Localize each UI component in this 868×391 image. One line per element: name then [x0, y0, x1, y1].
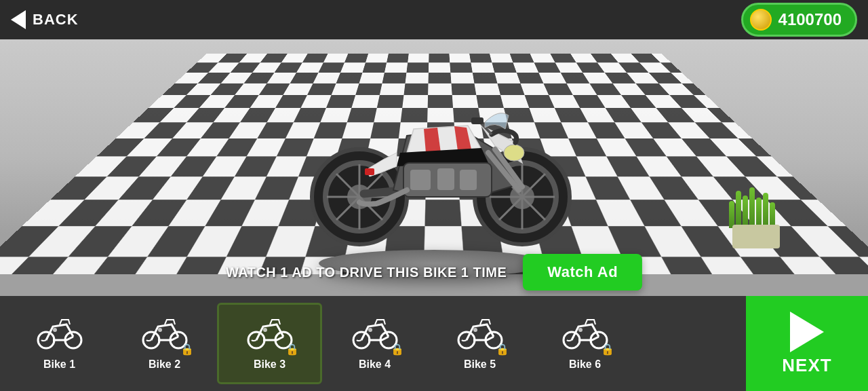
svg-rect-23	[471, 117, 484, 124]
lock-icon-4: 🔒	[391, 343, 404, 356]
bike-label-6: Bike 6	[569, 358, 601, 371]
svg-point-39	[473, 328, 477, 332]
lock-icon-6: 🔒	[601, 343, 614, 356]
back-button[interactable]: BACK	[11, 10, 79, 29]
svg-rect-17	[410, 170, 431, 190]
lock-icon-5: 🔒	[496, 343, 509, 356]
watch-ad-message: WATCH 1 AD TO DRIVE THIS BIKE 1 TIME	[226, 265, 507, 280]
svg-point-33	[263, 328, 267, 332]
bike-icon-wrap-5: 🔒	[456, 316, 504, 353]
back-arrow-icon	[11, 10, 26, 29]
bike-icon-wrap-1	[36, 316, 83, 353]
coin-icon	[750, 9, 772, 31]
back-label: BACK	[33, 11, 79, 29]
next-arrow-icon	[790, 312, 824, 352]
plant-decoration	[726, 194, 787, 248]
lock-icon-3: 🔒	[285, 343, 299, 356]
svg-rect-19	[460, 170, 477, 190]
bike-label-4: Bike 4	[359, 358, 391, 371]
coin-amount: 4100700	[778, 10, 842, 29]
bike-label-2: Bike 2	[149, 358, 180, 371]
bike-label-5: Bike 5	[464, 358, 496, 371]
bike-item-6[interactable]: 🔒Bike 6	[532, 303, 637, 384]
bike-label-1: Bike 1	[43, 358, 75, 371]
bike-icon-wrap-2: 🔒	[141, 316, 189, 353]
watch-ad-banner: WATCH 1 AD TO DRIVE THIS BIKE 1 TIME Wat…	[226, 254, 642, 291]
bike-icon-wrap-6: 🔒	[561, 316, 609, 353]
svg-point-42	[578, 328, 583, 332]
coin-display: 4100700	[741, 3, 857, 37]
svg-point-15	[504, 145, 524, 161]
lock-icon-2: 🔒	[180, 343, 194, 356]
watch-ad-button[interactable]: Watch Ad	[523, 254, 642, 291]
motorcycle-display	[271, 41, 610, 258]
bike-item-2[interactable]: 🔒Bike 2	[112, 303, 217, 384]
bike-icon-wrap-3: 🔒	[246, 316, 294, 353]
bikes-row: Bike 1 🔒Bike 2 🔒Bike 3 🔒Bike 4	[0, 303, 746, 384]
bottom-bar: Bike 1 🔒Bike 2 🔒Bike 3 🔒Bike 4	[0, 296, 868, 391]
svg-rect-18	[437, 168, 454, 190]
svg-point-27	[53, 328, 57, 332]
bike-item-3[interactable]: 🔒Bike 3	[217, 303, 322, 384]
svg-rect-24	[365, 168, 374, 175]
bike-svg-1	[36, 316, 83, 350]
bike-item-4[interactable]: 🔒Bike 4	[322, 303, 427, 384]
bike-item-1[interactable]: Bike 1	[7, 303, 112, 384]
bike-label-3: Bike 3	[254, 358, 285, 371]
bike-item-5[interactable]: 🔒Bike 5	[427, 303, 532, 384]
bike-icon-wrap-4: 🔒	[351, 316, 399, 353]
next-label: NEXT	[782, 355, 831, 376]
svg-point-36	[368, 328, 372, 332]
top-bar: BACK 4100700	[0, 0, 868, 39]
svg-point-30	[158, 328, 162, 332]
next-button[interactable]: NEXT	[746, 296, 868, 391]
